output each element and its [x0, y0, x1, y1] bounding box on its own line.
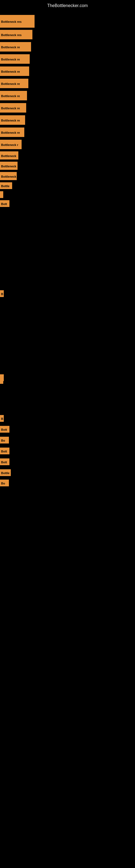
bar-label: [0, 191, 3, 198]
bar-label: Bott: [0, 447, 9, 454]
bar-item: Bott: [0, 200, 9, 208]
bar-item: [0, 377, 3, 385]
bar-label: Bottleneck re: [0, 79, 28, 88]
bar-item: Bott: [0, 458, 9, 466]
bar-label: Bottleneck re: [0, 54, 30, 64]
bar-item: Bottleneck re: [0, 79, 28, 89]
bar-item: Bottleneck: [0, 172, 17, 181]
bar-label: Bottleneck res: [0, 15, 35, 28]
bar-item: Bottleneck re: [0, 42, 31, 53]
site-title: TheBottlenecker.com: [0, 1, 135, 10]
bar-item: Bo: [0, 479, 9, 488]
bar-item: Bottle: [0, 469, 11, 477]
bar-label: Bottleneck re: [0, 91, 27, 100]
bar-item: Bottleneck res: [0, 15, 35, 29]
bar-label: Bottleneck re: [0, 66, 29, 76]
bar-label: B: [0, 290, 4, 297]
bar-label: Bottleneck re: [0, 103, 26, 113]
bar-item: Bo: [0, 437, 9, 444]
bar-label: B: [0, 415, 4, 422]
bar-item: B: [0, 290, 4, 298]
bar-label: Bottleneck re: [0, 115, 25, 125]
bar-label: Bottleneck: [0, 172, 17, 180]
bar-item: Bottleneck: [0, 151, 18, 161]
bar-item: Bott: [0, 426, 9, 434]
bar-item: Bottleneck re: [0, 127, 24, 138]
bar-item: Bottle: [0, 182, 12, 190]
bar-label: Bott: [0, 426, 9, 433]
bar-item: Bottleneck re: [0, 115, 25, 126]
bar-item: Bottleneck re: [0, 54, 30, 65]
bar-item: [0, 191, 3, 199]
bar-label: Bottleneck: [0, 162, 17, 170]
bar-item: Bottleneck r: [0, 140, 21, 150]
bar-label: [0, 377, 3, 384]
bar-item: Bottleneck: [0, 162, 17, 171]
bar-label: Bottle: [0, 182, 12, 189]
bar-item: Bottleneck re: [0, 66, 29, 77]
bar-label: Bottleneck r: [0, 140, 21, 149]
bar-item: Bottleneck res: [0, 30, 32, 40]
bar-item: B: [0, 415, 4, 423]
bar-label: Bo: [0, 479, 9, 486]
bar-label: Bott: [0, 200, 9, 207]
bar-label: Bottleneck re: [0, 127, 24, 137]
bar-label: Bottleneck: [0, 151, 18, 159]
bar-label: Bottleneck res: [0, 30, 32, 39]
bar-item: Bottleneck re: [0, 91, 27, 101]
bar-item: Bott: [0, 447, 9, 456]
bar-item: Bottleneck re: [0, 103, 26, 114]
bar-label: Bottle: [0, 469, 11, 476]
bar-label: Bo: [0, 437, 9, 443]
bar-label: Bott: [0, 458, 9, 465]
bar-label: Bottleneck re: [0, 42, 31, 52]
